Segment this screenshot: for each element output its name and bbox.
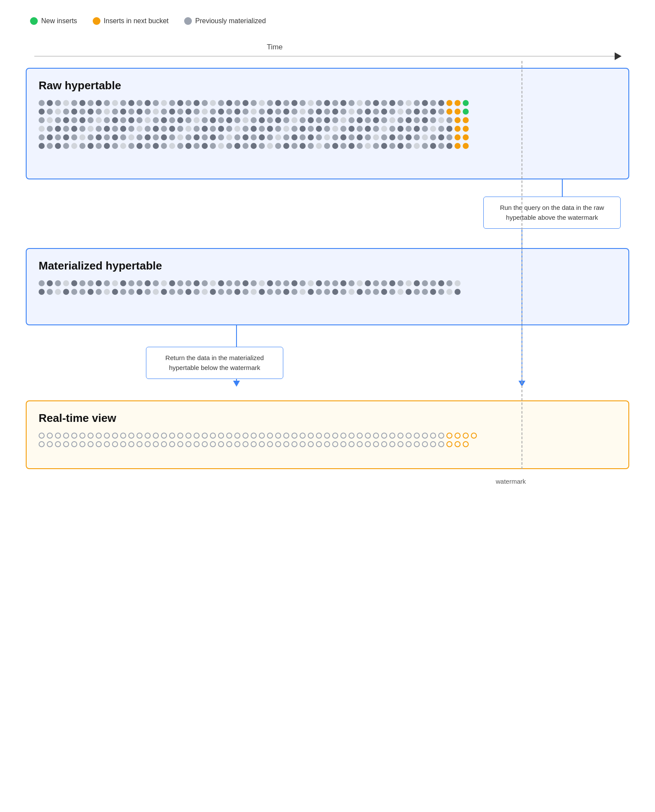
dot [267,126,273,132]
dot [153,289,159,295]
dot [430,441,436,447]
dot [145,143,151,149]
callout-raw-text: Run the query on the data in the raw hyp… [500,204,604,221]
dot [365,280,371,286]
dot [88,289,94,295]
dot [300,441,306,447]
dot [414,433,420,439]
dot [79,280,85,286]
dot [128,143,134,149]
dot [455,100,461,106]
dot [136,117,143,123]
dot [446,441,452,447]
dot [397,100,403,106]
dot [55,109,61,115]
dot [463,143,469,149]
dot [104,289,110,295]
dot [185,100,191,106]
dot [422,289,428,295]
dot [96,433,102,439]
dot [251,100,257,106]
dot [71,117,77,123]
dot [259,433,265,439]
dot [234,100,240,106]
dot [406,100,412,106]
dot [210,433,216,439]
dot [96,100,102,106]
dot [267,134,273,140]
dot [463,134,469,140]
dot [283,280,289,286]
dot [438,117,444,123]
dot [112,143,118,149]
dot [234,143,240,149]
dot [104,126,110,132]
dot [218,143,224,149]
dot [71,433,77,439]
dot [79,289,85,295]
dot [96,289,102,295]
dot [136,134,143,140]
dot [324,100,330,106]
dot [332,117,338,123]
dot [161,289,167,295]
dot [389,433,395,439]
dot [259,126,265,132]
dot [128,100,134,106]
dot [373,433,379,439]
dot [397,280,403,286]
dot [397,441,403,447]
dot [300,280,306,286]
dot [365,109,371,115]
dot [145,109,151,115]
dot [422,134,428,140]
dot [234,126,240,132]
dot [414,134,420,140]
dot [39,433,45,439]
dot [169,289,175,295]
dot [47,100,53,106]
dot [340,126,346,132]
dot [177,441,183,447]
section-raw: Raw hypertable Run the query on the data… [26,68,629,179]
dot [169,441,175,447]
dot [185,433,191,439]
dot [243,289,249,295]
mat-connector-line [236,325,237,347]
dot [340,134,346,140]
dot [463,441,469,447]
dot [455,441,461,447]
dot [234,433,240,439]
dot [381,433,387,439]
dot [340,100,346,106]
dot-row [39,109,616,115]
watermark-line [522,61,522,469]
dot [63,433,69,439]
dot [153,433,159,439]
dot [259,441,265,447]
dot [397,109,403,115]
dot [63,134,69,140]
dot [414,289,420,295]
dot [267,289,273,295]
callout-mat-text: Return the data in the materialized hype… [165,354,264,371]
dot [218,126,224,132]
dot [406,126,412,132]
dot [218,289,224,295]
dot [128,126,134,132]
dot [389,143,395,149]
dot-row [39,126,616,132]
dot [210,289,216,295]
dot [55,100,61,106]
dot [226,134,232,140]
dot [259,289,265,295]
dot [381,441,387,447]
dot [185,109,191,115]
dot-row [39,289,616,295]
dot [234,109,240,115]
dot [300,100,306,106]
dot [161,134,167,140]
dot [275,280,281,286]
dot [438,134,444,140]
dot [438,289,444,295]
